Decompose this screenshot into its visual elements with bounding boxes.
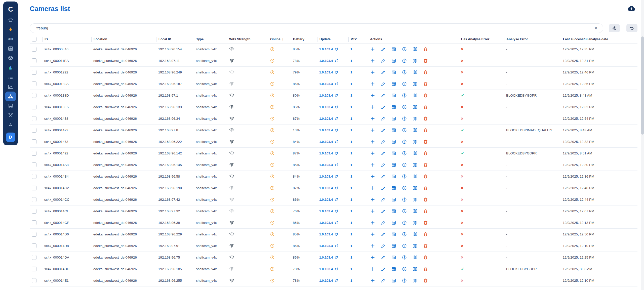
map-button[interactable]: [412, 255, 418, 260]
refresh-icon[interactable]: [334, 175, 338, 179]
refresh-icon[interactable]: [334, 151, 338, 155]
table-button[interactable]: [391, 185, 396, 191]
search-input[interactable]: [30, 23, 603, 33]
sidebar-item-tools[interactable]: [5, 111, 16, 120]
refresh-icon[interactable]: [334, 94, 338, 98]
table-button[interactable]: [391, 232, 396, 237]
table-button[interactable]: [391, 174, 396, 179]
help-button[interactable]: [401, 139, 407, 145]
delete-button[interactable]: [423, 128, 428, 133]
sidebar-item-products[interactable]: [5, 53, 16, 63]
cloud-download-button[interactable]: [627, 5, 635, 12]
refresh-icon[interactable]: [334, 256, 338, 260]
edit-button[interactable]: [380, 139, 386, 145]
add-button[interactable]: [370, 174, 375, 179]
delete-button[interactable]: [423, 185, 428, 191]
ptz-link[interactable]: 1: [350, 59, 352, 63]
map-button[interactable]: [412, 81, 418, 87]
refresh-icon[interactable]: [334, 140, 338, 144]
ptz-link[interactable]: 1: [350, 70, 352, 74]
map-button[interactable]: [412, 58, 418, 64]
ptz-link[interactable]: 1: [350, 175, 352, 178]
edit-button[interactable]: [380, 209, 386, 214]
sidebar-item-home[interactable]: [5, 15, 16, 25]
map-button[interactable]: [412, 139, 418, 145]
row-checkbox[interactable]: [32, 162, 36, 167]
map-button[interactable]: [412, 104, 418, 110]
row-checkbox[interactable]: [32, 128, 36, 133]
row-checkbox[interactable]: [32, 70, 36, 75]
help-button[interactable]: [401, 128, 407, 133]
search-clear-button[interactable]: ×: [593, 25, 599, 31]
delete-button[interactable]: [423, 47, 428, 52]
ptz-link[interactable]: 1: [350, 186, 352, 190]
add-button[interactable]: [370, 266, 375, 272]
table-button[interactable]: [391, 116, 396, 121]
ptz-link[interactable]: 1: [350, 267, 352, 271]
edit-button[interactable]: [380, 185, 386, 191]
sidebar-item-data[interactable]: [5, 101, 16, 111]
add-button[interactable]: [370, 116, 375, 121]
row-checkbox[interactable]: [32, 243, 36, 248]
add-button[interactable]: [370, 151, 375, 156]
col-header-has-analyse-error[interactable]: Has Analyse Error: [459, 37, 504, 42]
update-version-link[interactable]: 1.0.103.4: [319, 256, 333, 259]
map-button[interactable]: [412, 243, 418, 249]
help-button[interactable]: [401, 151, 407, 156]
row-checkbox[interactable]: [32, 139, 36, 144]
refresh-icon[interactable]: [334, 59, 338, 63]
delete-button[interactable]: [423, 197, 428, 202]
edit-button[interactable]: [380, 104, 386, 110]
map-button[interactable]: [412, 197, 418, 202]
refresh-icon[interactable]: [334, 267, 338, 271]
map-button[interactable]: [412, 47, 418, 52]
add-button[interactable]: [370, 220, 375, 226]
map-button[interactable]: [412, 70, 418, 75]
update-version-link[interactable]: 1.0.103.4: [319, 198, 333, 201]
refresh-icon[interactable]: [334, 244, 338, 248]
update-version-link[interactable]: 1.0.103.4: [319, 140, 333, 144]
ptz-link[interactable]: 1: [350, 140, 352, 144]
update-version-link[interactable]: 1.0.103.4: [319, 267, 333, 271]
ptz-link[interactable]: 1: [350, 256, 352, 259]
delete-button[interactable]: [423, 93, 428, 98]
help-button[interactable]: [401, 81, 407, 87]
update-version-link[interactable]: 1.0.103.4: [319, 82, 333, 86]
col-header-battery[interactable]: Battery: [291, 37, 317, 42]
ptz-link[interactable]: 1: [350, 198, 352, 201]
add-button[interactable]: [370, 70, 375, 75]
add-button[interactable]: [370, 128, 375, 133]
edit-button[interactable]: [380, 151, 386, 156]
col-header-online[interactable]: Online↑: [268, 37, 291, 42]
update-version-link[interactable]: 1.0.103.4: [319, 209, 333, 213]
update-version-link[interactable]: 1.0.103.4: [319, 244, 333, 248]
edit-button[interactable]: [380, 197, 386, 202]
row-checkbox[interactable]: [32, 47, 36, 52]
update-version-link[interactable]: 1.0.103.4: [319, 59, 333, 63]
table-button[interactable]: [391, 255, 396, 260]
sidebar-item-reports[interactable]: [5, 63, 16, 72]
map-button[interactable]: [412, 162, 418, 168]
delete-button[interactable]: [423, 70, 428, 75]
delete-button[interactable]: [423, 58, 428, 64]
ptz-link[interactable]: 1: [350, 151, 352, 155]
ptz-link[interactable]: 1: [350, 128, 352, 132]
map-button[interactable]: [412, 266, 418, 272]
add-button[interactable]: [370, 139, 375, 145]
help-button[interactable]: [401, 220, 407, 226]
col-header-analyse-error[interactable]: Analyse Error: [504, 37, 561, 42]
table-button[interactable]: [391, 278, 396, 283]
help-button[interactable]: [401, 278, 407, 283]
table-button[interactable]: [391, 58, 396, 64]
map-button[interactable]: [412, 185, 418, 191]
ptz-link[interactable]: 1: [350, 279, 352, 282]
col-header-type[interactable]: Type: [194, 37, 227, 42]
sidebar-item-analytics[interactable]: [5, 44, 16, 53]
row-checkbox[interactable]: [32, 209, 36, 214]
help-button[interactable]: [401, 209, 407, 214]
table-button[interactable]: [391, 243, 396, 249]
refresh-icon[interactable]: [334, 279, 338, 283]
refresh-icon[interactable]: [334, 209, 338, 213]
ptz-link[interactable]: 1: [350, 232, 352, 236]
table-button[interactable]: [391, 151, 396, 156]
